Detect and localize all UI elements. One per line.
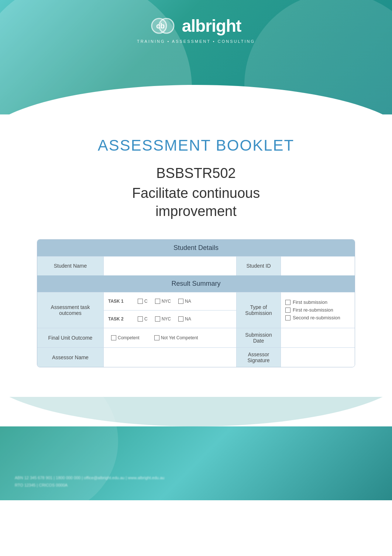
logo-text: albright <box>182 16 241 36</box>
final-unit-outcome-label: Final Unit Outcome <box>37 328 104 347</box>
task2-na-box <box>178 316 183 322</box>
student-name-label: Student Name <box>37 257 104 275</box>
page-title: ASSESSMENT BOOKLET <box>30 137 362 154</box>
task2-c-box <box>138 316 143 322</box>
footer-line1: ABN 12 345 678 901 | 1800 000 000 | offi… <box>15 474 377 482</box>
first-submission-label: First submission <box>293 299 327 305</box>
second-resubmission-box <box>285 315 290 320</box>
task1-nyc-label: NYC <box>162 299 171 304</box>
footer-text: ABN 12 345 678 901 | 1800 000 000 | offi… <box>0 474 392 489</box>
task1-label: TASK 1 <box>108 299 130 304</box>
logo-icon: cb <box>151 15 180 37</box>
not-yet-competent-checkbox[interactable]: Not Yet Competent <box>154 335 198 340</box>
logo-container: cb albright training • assessment • cons… <box>137 15 255 44</box>
result-summary-header: Result Summary <box>37 275 355 292</box>
final-options: Competent Not Yet Competent <box>104 328 237 347</box>
submission-date-input[interactable] <box>281 328 355 347</box>
first-resubmission-option[interactable]: First re-submission <box>285 307 350 313</box>
student-id-input[interactable] <box>281 257 355 275</box>
task1-nyc-checkbox[interactable]: NYC <box>155 299 171 304</box>
assessor-name-input[interactable] <box>104 348 237 367</box>
footer-line2: RTO 12345 | CRICOS 0000A <box>15 482 377 489</box>
task2-nyc-label: NYC <box>162 316 171 322</box>
assessor-name-label: Assessor Name <box>37 348 104 367</box>
logo-tagline: training • assessment • consulting <box>137 39 255 44</box>
second-resubmission-option[interactable]: Second re-submission <box>285 315 350 320</box>
first-resubmission-label: First re-submission <box>293 307 333 313</box>
main-content: ASSESSMENT BOOKLET BSBSTR502 Facilitate … <box>0 114 392 382</box>
task1-c-box <box>138 299 143 304</box>
course-info: BSBSTR502 Facilitate continuous improvem… <box>30 165 362 221</box>
assessor-signature-input[interactable] <box>281 348 355 367</box>
header-arc <box>0 85 392 114</box>
task1-nyc-box <box>155 299 160 304</box>
first-resubmission-box <box>285 308 290 313</box>
task2-na-checkbox[interactable]: NA <box>178 316 191 322</box>
task2-c-label: C <box>144 316 148 322</box>
competent-checkbox[interactable]: Competent <box>111 335 140 340</box>
assessment-task-label: Assessment task outcomes <box>37 292 104 328</box>
not-yet-competent-label: Not Yet Competent <box>161 335 198 340</box>
task2-nyc-box <box>155 316 160 322</box>
course-name-line2: improvement <box>155 203 237 219</box>
task1-na-box <box>178 299 183 304</box>
task2-nyc-checkbox[interactable]: NYC <box>155 316 171 322</box>
assessment-task-row: Assessment task outcomes TASK 1 C NYC <box>37 292 355 328</box>
assessor-signature-label: Assessor Signature <box>237 348 281 367</box>
task1-c-label: C <box>144 299 148 304</box>
task1-na-label: NA <box>185 299 191 304</box>
logo: cb albright <box>137 15 255 37</box>
course-name: Facilitate continuous improvement <box>30 184 362 221</box>
student-name-input[interactable] <box>104 257 237 275</box>
task2-c-checkbox[interactable]: C <box>138 316 148 322</box>
submission-date-label: Submission Date <box>237 328 281 347</box>
header-background: cb albright training • assessment • cons… <box>0 0 392 114</box>
course-name-line1: Facilitate continuous <box>132 185 260 201</box>
type-options: First submission First re-submission Sec… <box>281 292 355 328</box>
competent-label: Competent <box>118 335 140 340</box>
type-of-submission-label: Type of Submission <box>237 292 281 328</box>
course-code: BSBSTR502 <box>30 165 362 181</box>
footer-main: ABN 12 345 678 901 | 1800 000 000 | offi… <box>0 426 392 500</box>
final-unit-outcome-row: Final Unit Outcome Competent Not Yet Com… <box>37 328 355 347</box>
task1-c-checkbox[interactable]: C <box>138 299 148 304</box>
student-name-row: Student Name Student ID <box>37 256 355 275</box>
competent-box <box>111 335 116 340</box>
footer-background: ABN 12 345 678 901 | 1800 000 000 | offi… <box>0 397 392 500</box>
not-yet-competent-box <box>154 335 159 340</box>
svg-text:cb: cb <box>156 22 165 30</box>
task2-row: TASK 2 C NYC NA <box>104 310 236 328</box>
task1-row: TASK 1 C NYC NA <box>104 292 236 310</box>
student-id-label: Student ID <box>237 257 281 275</box>
second-resubmission-label: Second re-submission <box>293 315 340 320</box>
first-submission-box <box>285 300 290 305</box>
tasks-group: TASK 1 C NYC NA TASK 2 <box>104 292 237 328</box>
assessor-row: Assessor Name Assessor Signature <box>37 347 355 367</box>
task1-na-checkbox[interactable]: NA <box>178 299 191 304</box>
task2-label: TASK 2 <box>108 316 130 322</box>
student-details-header: Student Details <box>37 240 355 256</box>
details-table: Student Details Student Name Student ID … <box>37 239 355 367</box>
first-submission-option[interactable]: First submission <box>285 299 350 305</box>
task2-na-label: NA <box>185 316 191 322</box>
